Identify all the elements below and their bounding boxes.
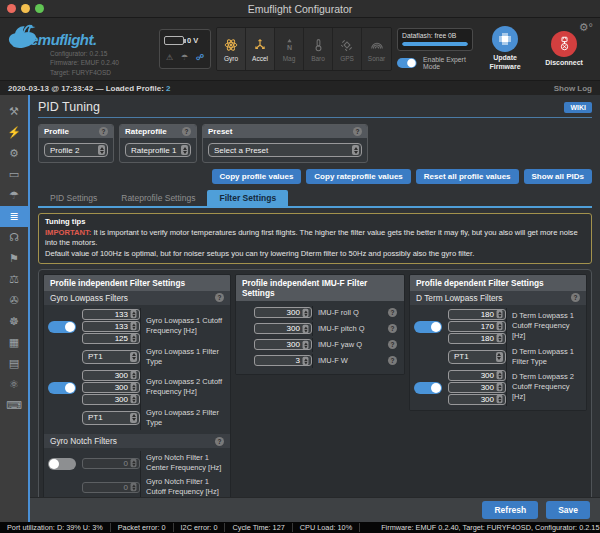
help-icon[interactable]: ? bbox=[388, 324, 397, 333]
help-icon[interactable]: ? bbox=[388, 308, 397, 317]
sidebar-item-cli[interactable]: ⌨ bbox=[0, 395, 28, 416]
filter-label: Gyro Lowpass 2 Cutoff Frequency [Hz] bbox=[140, 369, 226, 406]
filter-frequency-input[interactable]: 180 bbox=[448, 333, 506, 344]
stepper-icon[interactable] bbox=[302, 308, 308, 317]
sidebar-item-failsafe[interactable]: ☂ bbox=[0, 185, 28, 206]
filter-frequency-input[interactable]: 300 bbox=[448, 382, 506, 393]
stepper-icon[interactable] bbox=[352, 145, 359, 155]
settings-gear-icon[interactable]: ⚙° bbox=[579, 22, 593, 33]
stepper-icon[interactable] bbox=[131, 322, 137, 331]
sidebar-item-modes[interactable]: ⚑ bbox=[0, 248, 28, 269]
show-all-pids-button[interactable]: Show all PIDs bbox=[524, 169, 592, 184]
sidebar-item-servos[interactable]: ✇ bbox=[0, 290, 28, 311]
stepper-icon[interactable] bbox=[302, 341, 308, 350]
stepper-icon[interactable] bbox=[131, 483, 137, 492]
tab-filter-settings[interactable]: Filter Settings bbox=[207, 190, 288, 206]
footer-status-item: Cycle Time: 127 bbox=[225, 523, 292, 532]
filter-frequency-input[interactable]: 133 bbox=[82, 321, 140, 332]
sidebar-item-power-battery[interactable]: ▭ bbox=[0, 164, 28, 185]
imuf-value-input[interactable]: 300 bbox=[254, 307, 312, 318]
imuf-value-input[interactable]: 3 bbox=[254, 355, 312, 366]
stepper-icon[interactable] bbox=[131, 383, 137, 392]
sensor-gyro: Gyro bbox=[217, 28, 246, 70]
filter-enable-toggle[interactable] bbox=[48, 458, 76, 470]
rateprofile-select[interactable]: Rateprofile 1 bbox=[125, 143, 191, 157]
stepper-icon[interactable] bbox=[131, 395, 137, 404]
update-firmware-button[interactable]: Update Firmware bbox=[478, 26, 532, 72]
filter-frequency-input[interactable]: 170 bbox=[448, 321, 506, 332]
copy-rateprofile-values-button[interactable]: Copy rateprofile values bbox=[306, 169, 410, 184]
show-log-button[interactable]: Show Log bbox=[554, 84, 592, 93]
sidebar-item-led-strip[interactable]: ▤ bbox=[0, 353, 28, 374]
filter-frequency-input[interactable]: 125 bbox=[82, 333, 140, 344]
receiver-icon: ☊ bbox=[9, 231, 19, 244]
filter-label: Gyro Lowpass 1 Filter Type bbox=[140, 345, 226, 369]
stepper-icon[interactable] bbox=[496, 352, 503, 362]
filter-label-text: D Term Lowpass 2 Cutoff Frequency [Hz] bbox=[512, 372, 580, 402]
stepper-icon[interactable] bbox=[130, 413, 137, 423]
help-icon[interactable]: ? bbox=[388, 340, 397, 349]
stepper-icon[interactable] bbox=[98, 145, 105, 155]
stepper-icon[interactable] bbox=[131, 310, 137, 319]
filter-enable-toggle[interactable] bbox=[414, 382, 442, 394]
stepper-icon[interactable] bbox=[131, 334, 137, 343]
sidebar-item-adjustments[interactable]: ⚖ bbox=[0, 269, 28, 290]
sidebar-item-ports[interactable]: ⚡ bbox=[0, 122, 28, 143]
stepper-icon[interactable] bbox=[497, 322, 503, 331]
imuf-value-input[interactable]: 300 bbox=[254, 323, 312, 334]
help-icon[interactable]: ? bbox=[99, 127, 108, 136]
stepper-icon[interactable] bbox=[302, 324, 308, 333]
filter-frequency-input[interactable]: 133 bbox=[82, 309, 140, 320]
sidebar-item-sensors[interactable]: ⚛ bbox=[0, 374, 28, 395]
sidebar-item-configuration[interactable]: ⚙ bbox=[0, 143, 28, 164]
filter-enable-toggle[interactable] bbox=[48, 321, 76, 333]
filter-enable-toggle[interactable] bbox=[48, 382, 76, 394]
sidebar-item-pid-tuning[interactable]: ≣ bbox=[0, 206, 28, 227]
filter-enable-toggle[interactable] bbox=[414, 321, 442, 333]
wiki-button[interactable]: WIKI bbox=[564, 102, 592, 113]
stepper-icon[interactable] bbox=[497, 310, 503, 319]
sensor-label: Baro bbox=[311, 55, 325, 62]
filter-frequency-input[interactable]: 300 bbox=[448, 370, 506, 381]
stepper-icon[interactable] bbox=[497, 371, 503, 380]
sidebar-item-motors[interactable]: ☸ bbox=[0, 311, 28, 332]
profile-select[interactable]: Profile 2 bbox=[44, 143, 108, 157]
number-input-value: 300 bbox=[85, 395, 130, 404]
copy-profile-values-button[interactable]: Copy profile values bbox=[212, 169, 302, 184]
help-icon[interactable]: ? bbox=[215, 293, 224, 302]
sidebar-item-receiver[interactable]: ☊ bbox=[0, 227, 28, 248]
stepper-icon[interactable] bbox=[497, 395, 503, 404]
stepper-icon[interactable] bbox=[181, 145, 188, 155]
filter-frequency-input[interactable]: 180 bbox=[448, 309, 506, 320]
help-icon[interactable]: ? bbox=[182, 127, 191, 136]
filter-frequency-input[interactable]: 300 bbox=[82, 382, 140, 393]
filter-frequency-input[interactable]: 300 bbox=[82, 394, 140, 405]
stepper-icon[interactable] bbox=[131, 459, 137, 468]
help-icon[interactable]: ? bbox=[571, 293, 580, 302]
filter-type-select[interactable]: PT1 bbox=[82, 350, 140, 364]
tab-pid-settings[interactable]: PID Settings bbox=[38, 190, 109, 206]
stepper-icon[interactable] bbox=[131, 371, 137, 380]
reset-all-profile-values-button[interactable]: Reset all profile values bbox=[416, 169, 519, 184]
filter-type-select[interactable]: PT1 bbox=[448, 350, 506, 364]
sidebar-item-osd[interactable]: ▦ bbox=[0, 332, 28, 353]
stepper-icon[interactable] bbox=[497, 383, 503, 392]
stepper-icon[interactable] bbox=[302, 357, 308, 366]
help-icon[interactable]: ? bbox=[215, 437, 224, 446]
filter-type-select[interactable]: PT1 bbox=[82, 411, 140, 425]
tab-rateprofile-settings[interactable]: Rateprofile Settings bbox=[109, 190, 207, 206]
stepper-icon[interactable] bbox=[497, 334, 503, 343]
save-button[interactable]: Save bbox=[546, 501, 590, 519]
imuf-value-input[interactable]: 300 bbox=[254, 339, 312, 350]
disconnect-button[interactable]: Disconnect bbox=[537, 31, 591, 68]
sidebar-item-setup[interactable]: ⚒ bbox=[0, 101, 28, 122]
filter-frequency-input[interactable]: 300 bbox=[82, 370, 140, 381]
help-icon[interactable]: ? bbox=[388, 356, 397, 365]
preset-select[interactable]: Select a Preset bbox=[208, 143, 362, 157]
stepper-icon[interactable] bbox=[130, 352, 137, 362]
help-icon[interactable]: ? bbox=[353, 127, 362, 136]
expert-mode-toggle[interactable] bbox=[397, 58, 417, 68]
filter-frequency-input[interactable]: 300 bbox=[448, 394, 506, 405]
rateprofile-select-box: Rateprofile?Rateprofile 1 bbox=[119, 124, 197, 163]
refresh-button[interactable]: Refresh bbox=[482, 501, 538, 519]
